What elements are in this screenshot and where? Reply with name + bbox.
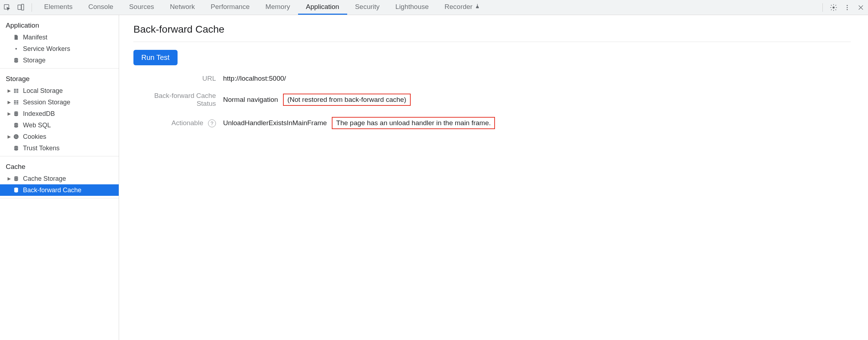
sidebar-item-label: IndexedDB [23, 110, 55, 118]
url-label: URL [133, 75, 223, 82]
tab-application[interactable]: Application [298, 0, 347, 15]
expand-arrow-icon[interactable]: ▶ [6, 134, 12, 139]
tab-recorder[interactable]: Recorder [437, 0, 488, 15]
tab-lighthouse[interactable]: Lighthouse [387, 0, 437, 15]
file-icon [12, 33, 20, 41]
bfcache-status-normal: Normal navigation [223, 96, 278, 104]
storage-icon [12, 110, 20, 118]
bfcache-status-highlight: (Not restored from back-forward cache) [283, 94, 411, 106]
sidebar-item-label: Manifest [23, 34, 47, 41]
tab-label: Security [355, 3, 380, 11]
grid-icon [12, 87, 20, 95]
expand-arrow-icon[interactable]: ▶ [6, 88, 12, 93]
run-test-button[interactable]: Run Test [133, 50, 178, 65]
expand-arrow-icon[interactable]: ▶ [6, 111, 12, 116]
sidebar-item-label: Cache Storage [23, 175, 66, 183]
tab-network[interactable]: Network [162, 0, 203, 15]
help-icon[interactable]: ? [208, 119, 216, 127]
storage-icon [12, 121, 20, 129]
actionable-code: UnloadHandlerExistsInMainFrame [223, 119, 327, 127]
actionable-label: Actionable ? [133, 119, 223, 127]
tab-sources[interactable]: Sources [121, 0, 162, 15]
tab-label: Sources [129, 3, 154, 11]
sidebar: ApplicationManifestService WorkersStorag… [0, 15, 119, 340]
tab-label: Memory [265, 3, 290, 11]
flask-icon [475, 3, 480, 11]
tab-label: Elements [44, 3, 72, 11]
sidebar-item-indexeddb[interactable]: ▶IndexedDB [0, 108, 119, 119]
section-title: Cache [0, 160, 119, 173]
sidebar-item-label: Service Workers [23, 45, 70, 53]
section-title: Application [0, 19, 119, 32]
sidebar-item-cache-storage[interactable]: ▶Cache Storage [0, 173, 119, 184]
inspect-icon[interactable] [2, 3, 12, 13]
divider [0, 198, 119, 198]
sidebar-item-label: Storage [23, 57, 46, 64]
sidebar-item-label: Trust Tokens [23, 145, 60, 152]
tab-memory[interactable]: Memory [258, 0, 298, 15]
content-panel: Back-forward Cache Run Test URL http://l… [119, 15, 868, 340]
tab-performance[interactable]: Performance [203, 0, 258, 15]
tab-label: Performance [211, 3, 250, 11]
divider [0, 156, 119, 156]
actionable-desc-highlight: The page has an unload handler in the ma… [332, 117, 495, 129]
sidebar-item-cookies[interactable]: ▶Cookies [0, 131, 119, 142]
url-value: http://localhost:5000/ [223, 75, 286, 82]
sidebar-item-label: Local Storage [23, 87, 63, 95]
sidebar-item-label: Cookies [23, 133, 46, 141]
tab-security[interactable]: Security [347, 0, 388, 15]
sidebar-item-label: Web SQL [23, 122, 51, 129]
devtools-tabbar: ElementsConsoleSourcesNetworkPerformance… [0, 0, 868, 15]
divider [32, 3, 32, 12]
tab-label: Lighthouse [395, 3, 429, 11]
tab-label: Network [170, 3, 195, 11]
section-title: Storage [0, 72, 119, 85]
expand-arrow-icon[interactable]: ▶ [6, 100, 12, 105]
cookie-icon [12, 133, 20, 141]
tab-console[interactable]: Console [80, 0, 121, 15]
gear-icon [12, 45, 20, 53]
tab-label: Application [306, 3, 339, 11]
tab-elements[interactable]: Elements [36, 0, 80, 15]
grid-icon [12, 98, 20, 106]
tab-label: Recorder [444, 3, 472, 11]
page-title: Back-forward Cache [133, 24, 868, 35]
bfcache-status-label: Back-forward Cache Status [133, 92, 223, 108]
expand-arrow-icon[interactable]: ▶ [6, 176, 12, 181]
storage-icon [12, 186, 20, 194]
sidebar-item-manifest[interactable]: Manifest [0, 32, 119, 43]
tab-label: Console [88, 3, 113, 11]
divider [0, 68, 119, 69]
device-toggle-icon[interactable] [16, 3, 26, 13]
sidebar-item-storage[interactable]: Storage [0, 55, 119, 66]
close-icon[interactable] [856, 3, 866, 13]
more-icon[interactable] [842, 3, 852, 13]
sidebar-item-trust-tokens[interactable]: Trust Tokens [0, 142, 119, 154]
settings-icon[interactable] [829, 3, 839, 13]
divider [822, 3, 823, 12]
sidebar-item-label: Back-forward Cache [23, 186, 81, 194]
sidebar-item-session-storage[interactable]: ▶Session Storage [0, 96, 119, 108]
sidebar-item-web-sql[interactable]: Web SQL [0, 119, 119, 131]
storage-icon [12, 144, 20, 152]
divider [133, 42, 851, 42]
sidebar-item-service-workers[interactable]: Service Workers [0, 43, 119, 55]
storage-icon [12, 175, 20, 183]
storage-icon [12, 56, 20, 64]
sidebar-item-local-storage[interactable]: ▶Local Storage [0, 85, 119, 96]
sidebar-item-label: Session Storage [23, 99, 70, 106]
sidebar-item-back-forward-cache[interactable]: Back-forward Cache [0, 184, 119, 196]
